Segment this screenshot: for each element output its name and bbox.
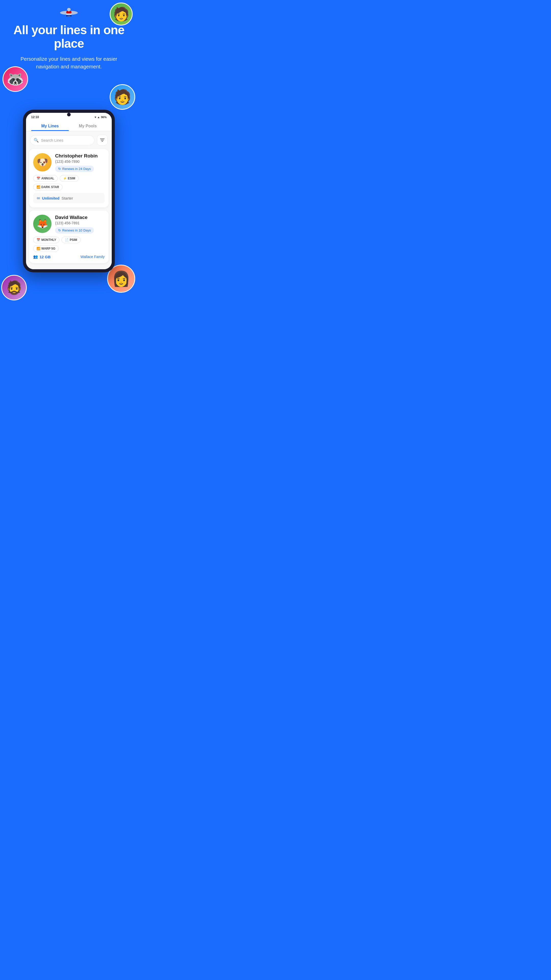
- line-2-avatar-emoji: 🦊: [37, 218, 48, 229]
- line-1-avatar-emoji: 🐶: [37, 157, 48, 168]
- renew-icon-1: ↻: [58, 167, 61, 171]
- brand-logo: ★★★: [59, 8, 79, 21]
- tag-darkstar: 📶 DARK STAR: [33, 184, 62, 190]
- filter-icon: [100, 138, 105, 142]
- line-1-header: 🐶 Christopher Robin (123) 456-7890 ↻ Ren…: [33, 153, 105, 172]
- plan-light: Starter: [62, 196, 73, 200]
- search-area: 🔍 Search Lines: [26, 131, 112, 149]
- filter-button[interactable]: [97, 135, 108, 145]
- avatar-bottom-left-emoji: 🧔: [6, 280, 22, 296]
- bottom-section: 👩 🧔: [0, 272, 138, 303]
- line-2-info: David Wallace (123) 456-7891 ↻ Renews in…: [55, 215, 105, 234]
- avatar-bottom-left: 🧔: [1, 275, 27, 301]
- tag-annual: 📅 ANNUAL: [33, 175, 58, 182]
- line-card-2[interactable]: 🦊 David Wallace (123) 456-7891 ↻ Renews …: [29, 210, 109, 263]
- line-1-plan-row: ∞ Unlimited Starter: [33, 193, 105, 204]
- signal-tag-icon-2: 📶: [37, 247, 40, 250]
- battery-icon: 96%: [101, 116, 106, 119]
- status-icons: ▾ ▲ 96%: [95, 116, 106, 119]
- calendar-icon-2: 📅: [37, 238, 40, 242]
- status-time: 12:10: [31, 115, 39, 119]
- line-2-name: David Wallace: [55, 215, 105, 220]
- svg-rect-3: [66, 14, 71, 15]
- tag-esim: ⚡ ESIM: [60, 175, 79, 182]
- phone-frame: 12:10 ▾ ▲ 96% My Lines My Pools 🔍 Search…: [23, 110, 115, 272]
- line-2-header: 🦊 David Wallace (123) 456-7891 ↻ Renews …: [33, 215, 105, 234]
- phone-screen: 12:10 ▾ ▲ 96% My Lines My Pools 🔍 Search…: [26, 113, 112, 269]
- avatar-top-right: 🧑: [110, 3, 133, 25]
- tag-psim: 📄 PSIM: [62, 237, 80, 243]
- data-gb-label: 12 GB: [40, 255, 51, 259]
- esim-icon: ⚡: [63, 177, 67, 180]
- line-1-number: (123) 456-7890: [55, 159, 105, 164]
- line-2-renew-label: Renews in 10 Days: [62, 228, 91, 232]
- line-1-renew-label: Renews in 24 Days: [62, 167, 91, 171]
- tag-warp5g-label: WARP 5G: [41, 247, 56, 250]
- signal-tag-icon: 📶: [37, 185, 40, 189]
- signal-icon: ▲: [97, 116, 100, 119]
- tag-warp5g: 📶 WARP 5G: [33, 245, 59, 252]
- renew-icon-2: ↻: [58, 228, 61, 232]
- tag-monthly: 📅 MONTHLY: [33, 237, 59, 243]
- pool-name: Wallace Family: [81, 255, 105, 259]
- phone-wrapper: 12:10 ▾ ▲ 96% My Lines My Pools 🔍 Search…: [0, 110, 138, 272]
- line-card-1[interactable]: 🐶 Christopher Robin (123) 456-7890 ↻ Ren…: [29, 149, 109, 207]
- avatar-bottom-right-emoji: 👩: [112, 270, 130, 287]
- svg-text:★★★: ★★★: [67, 15, 71, 17]
- line-2-number: (123) 456-7891: [55, 221, 105, 225]
- group-icon: 👥: [33, 255, 38, 259]
- line-2-avatar: 🦊: [33, 215, 52, 233]
- line-1-info: Christopher Robin (123) 456-7890 ↻ Renew…: [55, 153, 105, 172]
- tag-annual-label: ANNUAL: [41, 177, 54, 180]
- search-input[interactable]: Search Lines: [30, 135, 94, 145]
- line-1-name: Christopher Robin: [55, 153, 105, 159]
- tag-monthly-label: MONTHLY: [41, 238, 56, 242]
- search-wrapper: 🔍 Search Lines: [30, 135, 94, 145]
- line-2-tags: 📅 MONTHLY 📄 PSIM 📶 WARP 5G: [33, 237, 105, 252]
- tab-my-pools[interactable]: My Pools: [69, 120, 106, 131]
- hero-section: 🧑 🦝 🧑 ★★★ All your l: [0, 0, 138, 107]
- hero-subtitle: Personalize your lines and views for eas…: [10, 55, 127, 70]
- hero-title: All your lines in one place: [10, 24, 127, 51]
- infinity-icon: ∞: [37, 196, 40, 201]
- search-icon: 🔍: [34, 138, 39, 143]
- tag-esim-label: ESIM: [68, 177, 75, 180]
- tag-darkstar-label: DARK STAR: [41, 185, 59, 189]
- line-1-avatar: 🐶: [33, 153, 52, 172]
- avatar-middle-right: 🧑: [110, 84, 135, 110]
- lines-list: 🐶 Christopher Robin (123) 456-7890 ↻ Ren…: [26, 149, 112, 269]
- calendar-icon: 📅: [37, 177, 40, 180]
- line-2-renew-badge: ↻ Renews in 10 Days: [55, 227, 94, 234]
- phone-notch: [67, 113, 71, 116]
- tag-psim-label: PSIM: [70, 238, 77, 242]
- wifi-icon: ▾: [95, 116, 96, 119]
- psim-icon: 📄: [65, 238, 68, 242]
- tab-my-lines[interactable]: My Lines: [31, 120, 69, 131]
- plan-bold: Unlimited: [42, 196, 59, 200]
- data-usage: 👥 12 GB: [33, 255, 51, 259]
- tabs-row: My Lines My Pools: [26, 120, 112, 131]
- line-1-tags: 📅 ANNUAL ⚡ ESIM 📶 DARK STAR: [33, 175, 105, 190]
- line-2-bottom-row: 👥 12 GB Wallace Family: [33, 255, 105, 259]
- line-1-renew-badge: ↻ Renews in 24 Days: [55, 165, 94, 172]
